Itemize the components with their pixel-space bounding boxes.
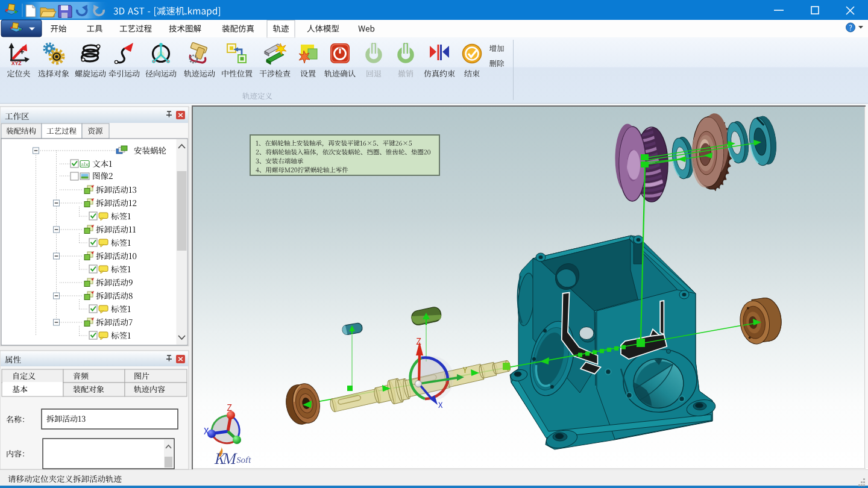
svg-text:XYZ: XYZ — [11, 60, 22, 66]
